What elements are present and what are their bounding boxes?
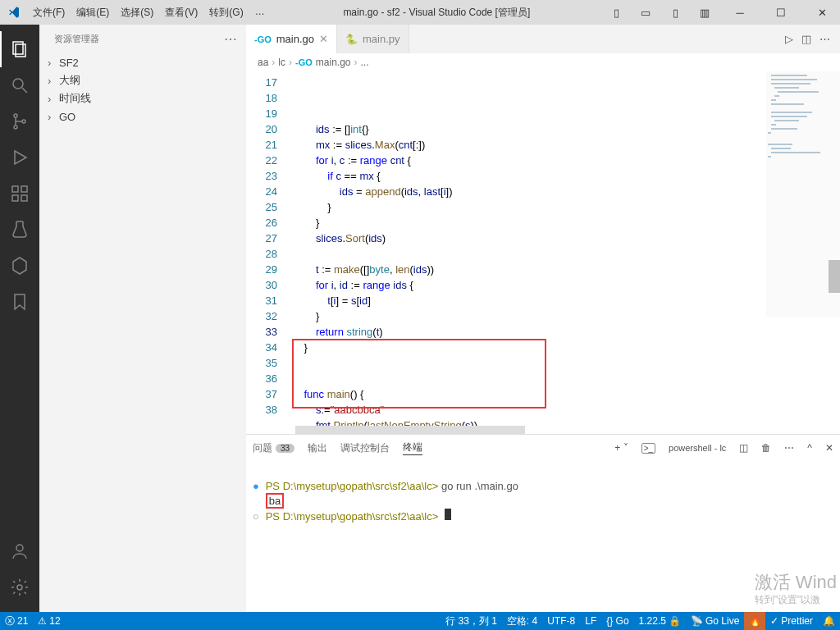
- source-control-icon[interactable]: [0, 103, 39, 139]
- svg-point-2: [13, 79, 23, 89]
- accounts-icon[interactable]: [0, 533, 39, 569]
- red-annotation-output: ba: [266, 493, 284, 509]
- split-editor-icon[interactable]: ◫: [801, 33, 811, 45]
- vscode-logo-icon: [0, 6, 28, 19]
- status-go-live[interactable]: 📡 Go Live: [686, 612, 744, 630]
- status-bar: ⓧ 21 ⚠ 12 行 33，列 1 空格: 4 UTF-8 LF {} Go …: [0, 612, 840, 630]
- svg-point-12: [17, 585, 22, 590]
- panel-close-icon[interactable]: ✕: [825, 442, 833, 454]
- extensions-icon[interactable]: [0, 176, 39, 212]
- sidebar-title: 资源管理器: [54, 33, 99, 45]
- status-encoding[interactable]: UTF-8: [542, 615, 580, 627]
- settings-gear-icon[interactable]: [0, 569, 39, 605]
- svg-rect-29: [771, 152, 820, 153]
- menu-select[interactable]: 选择(S): [116, 3, 158, 22]
- section-go[interactable]: ›GO: [39, 107, 246, 126]
- status-errors[interactable]: ⓧ 21: [0, 614, 33, 628]
- maximize-icon[interactable]: ☐: [763, 0, 799, 25]
- svg-point-5: [14, 126, 17, 129]
- title-bar: 文件(F) 编辑(E) 选择(S) 查看(V) 转到(G) … main.go …: [0, 0, 840, 25]
- svg-rect-28: [771, 148, 791, 149]
- status-flame-icon[interactable]: 🔥: [744, 612, 765, 630]
- kill-terminal-icon[interactable]: 🗑: [761, 442, 771, 454]
- bottom-panel: 问题33 输出 调试控制台 终端 + ˅ >_ powershell - lc …: [246, 434, 840, 612]
- menu-file[interactable]: 文件(F): [28, 3, 70, 22]
- menu-view[interactable]: 查看(V): [160, 3, 203, 22]
- minimap[interactable]: [766, 71, 840, 317]
- window-title: main.go - sf2 - Visual Studio Code [管理员]: [270, 6, 604, 20]
- svg-rect-15: [771, 83, 810, 84]
- svg-rect-24: [771, 124, 776, 126]
- explorer-icon[interactable]: [0, 31, 39, 67]
- svg-rect-23: [774, 120, 799, 121]
- run-debug-icon[interactable]: [0, 139, 39, 176]
- horizontal-scrollbar[interactable]: [246, 426, 840, 434]
- svg-rect-8: [12, 195, 18, 201]
- python-file-icon: 🐍: [345, 34, 358, 45]
- hex-icon[interactable]: [0, 248, 39, 284]
- menu-edit[interactable]: 编辑(E): [71, 3, 114, 22]
- minimap-scrollbar[interactable]: [829, 260, 840, 293]
- panel-more-icon[interactable]: ⋯: [784, 442, 794, 454]
- testing-icon[interactable]: [0, 212, 39, 248]
- svg-rect-25: [771, 128, 797, 130]
- svg-rect-26: [768, 132, 771, 134]
- tab-main-py[interactable]: 🐍 main.py: [337, 25, 409, 53]
- svg-rect-13: [771, 75, 807, 76]
- status-warnings[interactable]: ⚠ 12: [33, 615, 65, 627]
- layout-customize-icon[interactable]: ▥: [692, 1, 717, 24]
- svg-rect-14: [771, 79, 817, 80]
- panel-tab-problems[interactable]: 问题33: [253, 441, 294, 455]
- menu-goto[interactable]: 转到(G): [204, 3, 248, 22]
- layout-panel-right-icon[interactable]: ▯: [663, 1, 687, 24]
- menu-more[interactable]: …: [250, 3, 270, 22]
- status-indent[interactable]: 空格: 4: [502, 614, 542, 628]
- breadcrumbs[interactable]: aa› lc› -GO main.go› ...: [246, 53, 840, 71]
- tab-main-go[interactable]: -GO main.go ✕: [246, 25, 337, 53]
- svg-rect-16: [774, 87, 799, 89]
- split-terminal-icon[interactable]: ◫: [739, 442, 748, 454]
- close-icon[interactable]: ✕: [804, 0, 840, 25]
- panel-tab-terminal[interactable]: 终端: [403, 441, 422, 455]
- activity-bar: [0, 25, 39, 612]
- panel-tab-output[interactable]: 输出: [308, 441, 327, 455]
- go-file-icon: -GO: [254, 34, 272, 44]
- svg-rect-17: [778, 91, 819, 93]
- menu-bar: 文件(F) 编辑(E) 选择(S) 查看(V) 转到(G) …: [28, 3, 270, 22]
- svg-rect-18: [774, 95, 779, 97]
- status-go-version[interactable]: 1.22.5 🔒: [634, 615, 686, 627]
- status-prettier[interactable]: ✓ Prettier: [765, 612, 818, 630]
- bookmark-icon[interactable]: [0, 284, 39, 320]
- panel-maximize-icon[interactable]: ^: [807, 442, 812, 454]
- svg-rect-7: [12, 186, 18, 192]
- section-timeline[interactable]: ›时间线: [39, 89, 246, 107]
- minimize-icon[interactable]: ─: [722, 0, 758, 25]
- panel-tab-debug[interactable]: 调试控制台: [340, 441, 390, 455]
- sidebar: 资源管理器 ⋯ ›SF2 ›大纲 ›时间线 ›GO: [39, 25, 246, 612]
- status-language[interactable]: {} Go: [601, 615, 633, 627]
- section-outline[interactable]: ›大纲: [39, 71, 246, 89]
- svg-rect-10: [21, 186, 27, 192]
- svg-rect-21: [771, 112, 812, 113]
- status-eol[interactable]: LF: [580, 615, 601, 627]
- status-line-col[interactable]: 行 33，列 1: [441, 614, 502, 628]
- svg-rect-30: [768, 156, 771, 158]
- svg-point-11: [16, 545, 23, 551]
- editor-more-icon[interactable]: ⋯: [819, 33, 830, 45]
- close-tab-icon[interactable]: ✕: [319, 33, 328, 45]
- status-notifications-icon[interactable]: 🔔: [818, 615, 840, 627]
- terminal-shell-label[interactable]: powershell - lc: [669, 443, 726, 453]
- terminal-content[interactable]: ● PS D:\mysetup\gopath\src\sf2\aa\lc> go…: [246, 461, 840, 612]
- svg-point-4: [14, 114, 17, 117]
- terminal-shell-icon[interactable]: >_: [641, 443, 655, 454]
- svg-rect-22: [771, 116, 807, 117]
- search-icon[interactable]: [0, 67, 39, 103]
- layout-panel-left-icon[interactable]: ▯: [604, 1, 628, 24]
- run-icon[interactable]: ▷: [785, 33, 793, 45]
- code-editor[interactable]: 1718192021222324252627282930313233343536…: [246, 71, 840, 426]
- new-terminal-icon[interactable]: + ˅: [614, 442, 628, 454]
- folder-sf2[interactable]: ›SF2: [39, 53, 246, 71]
- svg-rect-20: [771, 103, 804, 105]
- sidebar-more-icon[interactable]: ⋯: [224, 31, 238, 47]
- layout-panel-bottom-icon[interactable]: ▭: [633, 1, 658, 24]
